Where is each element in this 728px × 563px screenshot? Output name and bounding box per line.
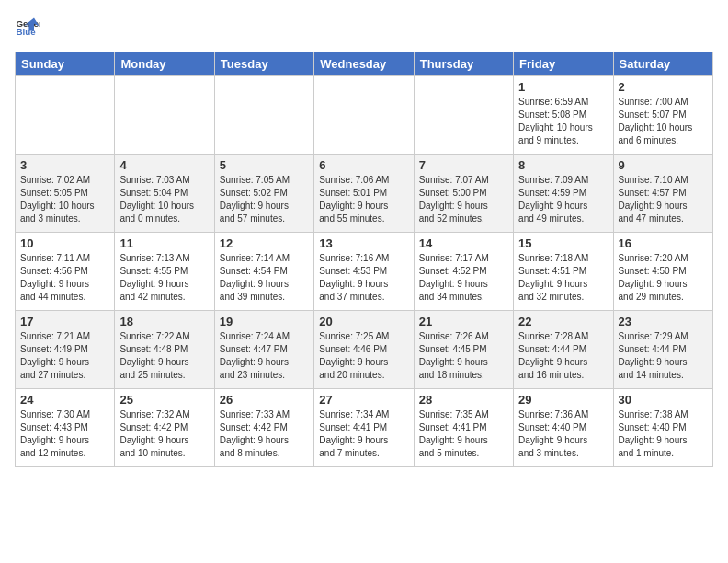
col-header-saturday: Saturday <box>613 52 712 76</box>
day-number: 6 <box>319 158 408 172</box>
week-row-1: 1Sunrise: 6:59 AM Sunset: 5:08 PM Daylig… <box>16 76 713 155</box>
day-cell: 19Sunrise: 7:24 AM Sunset: 4:47 PM Dayli… <box>214 311 313 389</box>
col-header-monday: Monday <box>115 52 214 76</box>
day-info: Sunrise: 7:14 AM Sunset: 4:54 PM Dayligh… <box>220 252 309 304</box>
day-cell: 25Sunrise: 7:32 AM Sunset: 4:42 PM Dayli… <box>115 389 214 467</box>
day-cell: 18Sunrise: 7:22 AM Sunset: 4:48 PM Dayli… <box>115 311 214 389</box>
day-cell: 20Sunrise: 7:25 AM Sunset: 4:46 PM Dayli… <box>314 311 414 389</box>
day-number: 17 <box>20 315 109 328</box>
day-cell: 14Sunrise: 7:17 AM Sunset: 4:52 PM Dayli… <box>414 233 513 311</box>
day-info: Sunrise: 7:10 AM Sunset: 4:57 PM Dayligh… <box>619 174 708 225</box>
day-number: 21 <box>419 315 508 328</box>
day-info: Sunrise: 7:21 AM Sunset: 4:49 PM Dayligh… <box>20 330 109 382</box>
col-header-tuesday: Tuesday <box>214 52 313 76</box>
day-info: Sunrise: 7:17 AM Sunset: 4:52 PM Dayligh… <box>419 252 508 304</box>
day-cell: 21Sunrise: 7:26 AM Sunset: 4:45 PM Dayli… <box>414 311 513 389</box>
day-number: 24 <box>20 393 109 407</box>
day-number: 3 <box>20 158 109 172</box>
day-cell: 5Sunrise: 7:05 AM Sunset: 5:02 PM Daylig… <box>214 155 313 233</box>
day-number: 8 <box>518 158 608 172</box>
header-row: SundayMondayTuesdayWednesdayThursdayFrid… <box>16 52 713 76</box>
day-info: Sunrise: 7:25 AM Sunset: 4:46 PM Dayligh… <box>319 330 408 382</box>
day-number: 23 <box>619 315 708 328</box>
day-number: 30 <box>619 393 708 407</box>
day-number: 15 <box>518 236 608 250</box>
day-cell: 2Sunrise: 7:00 AM Sunset: 5:07 PM Daylig… <box>613 76 712 155</box>
day-number: 20 <box>319 315 408 328</box>
day-info: Sunrise: 7:26 AM Sunset: 4:45 PM Dayligh… <box>419 330 508 382</box>
day-info: Sunrise: 7:03 AM Sunset: 5:04 PM Dayligh… <box>119 174 209 225</box>
day-cell: 4Sunrise: 7:03 AM Sunset: 5:04 PM Daylig… <box>115 155 214 233</box>
day-cell: 15Sunrise: 7:18 AM Sunset: 4:51 PM Dayli… <box>514 233 613 311</box>
day-number: 22 <box>518 315 608 328</box>
week-row-4: 17Sunrise: 7:21 AM Sunset: 4:49 PM Dayli… <box>16 311 713 389</box>
logo: General Blue <box>15 15 44 40</box>
day-number: 27 <box>319 393 408 407</box>
day-info: Sunrise: 7:16 AM Sunset: 4:53 PM Dayligh… <box>319 252 408 304</box>
day-info: Sunrise: 7:09 AM Sunset: 4:59 PM Dayligh… <box>518 174 608 225</box>
week-row-3: 10Sunrise: 7:11 AM Sunset: 4:56 PM Dayli… <box>16 233 713 311</box>
page-header: General Blue <box>15 15 713 40</box>
col-header-sunday: Sunday <box>16 52 115 76</box>
day-number: 7 <box>419 158 508 172</box>
day-info: Sunrise: 7:34 AM Sunset: 4:41 PM Dayligh… <box>319 408 408 460</box>
day-info: Sunrise: 7:00 AM Sunset: 5:07 PM Dayligh… <box>619 96 708 147</box>
day-cell: 3Sunrise: 7:02 AM Sunset: 5:05 PM Daylig… <box>16 155 115 233</box>
day-number: 4 <box>119 158 209 172</box>
day-info: Sunrise: 7:28 AM Sunset: 4:44 PM Dayligh… <box>518 330 608 382</box>
day-info: Sunrise: 7:36 AM Sunset: 4:40 PM Dayligh… <box>518 408 608 460</box>
day-number: 19 <box>220 315 309 328</box>
day-cell: 17Sunrise: 7:21 AM Sunset: 4:49 PM Dayli… <box>16 311 115 389</box>
day-info: Sunrise: 7:38 AM Sunset: 4:40 PM Dayligh… <box>619 408 708 460</box>
col-header-wednesday: Wednesday <box>314 52 414 76</box>
day-cell: 26Sunrise: 7:33 AM Sunset: 4:42 PM Dayli… <box>214 389 313 467</box>
day-cell: 24Sunrise: 7:30 AM Sunset: 4:43 PM Dayli… <box>16 389 115 467</box>
day-cell: 28Sunrise: 7:35 AM Sunset: 4:41 PM Dayli… <box>414 389 513 467</box>
day-cell: 12Sunrise: 7:14 AM Sunset: 4:54 PM Dayli… <box>214 233 313 311</box>
day-number: 12 <box>220 236 309 250</box>
day-info: Sunrise: 7:05 AM Sunset: 5:02 PM Dayligh… <box>220 174 309 225</box>
col-header-friday: Friday <box>514 52 613 76</box>
day-cell: 6Sunrise: 7:06 AM Sunset: 5:01 PM Daylig… <box>314 155 414 233</box>
day-info: Sunrise: 7:13 AM Sunset: 4:55 PM Dayligh… <box>119 252 209 304</box>
day-cell: 13Sunrise: 7:16 AM Sunset: 4:53 PM Dayli… <box>314 233 414 311</box>
day-info: Sunrise: 7:29 AM Sunset: 4:44 PM Dayligh… <box>619 330 708 382</box>
day-cell: 16Sunrise: 7:20 AM Sunset: 4:50 PM Dayli… <box>613 233 712 311</box>
day-cell: 27Sunrise: 7:34 AM Sunset: 4:41 PM Dayli… <box>314 389 414 467</box>
day-number: 16 <box>619 236 708 250</box>
day-number: 28 <box>419 393 508 407</box>
day-info: Sunrise: 7:07 AM Sunset: 5:00 PM Dayligh… <box>419 174 508 225</box>
day-number: 5 <box>220 158 309 172</box>
day-info: Sunrise: 7:30 AM Sunset: 4:43 PM Dayligh… <box>20 408 109 460</box>
day-number: 26 <box>220 393 309 407</box>
col-header-thursday: Thursday <box>414 52 513 76</box>
day-cell: 1Sunrise: 6:59 AM Sunset: 5:08 PM Daylig… <box>514 76 613 155</box>
day-cell <box>314 76 414 155</box>
day-cell: 29Sunrise: 7:36 AM Sunset: 4:40 PM Dayli… <box>514 389 613 467</box>
day-info: Sunrise: 7:02 AM Sunset: 5:05 PM Dayligh… <box>20 174 109 225</box>
day-number: 1 <box>518 80 608 94</box>
day-info: Sunrise: 6:59 AM Sunset: 5:08 PM Dayligh… <box>518 96 608 147</box>
day-number: 29 <box>518 393 608 407</box>
day-number: 18 <box>119 315 209 328</box>
day-cell: 7Sunrise: 7:07 AM Sunset: 5:00 PM Daylig… <box>414 155 513 233</box>
day-cell: 23Sunrise: 7:29 AM Sunset: 4:44 PM Dayli… <box>613 311 712 389</box>
day-number: 13 <box>319 236 408 250</box>
day-info: Sunrise: 7:18 AM Sunset: 4:51 PM Dayligh… <box>518 252 608 304</box>
day-number: 9 <box>619 158 708 172</box>
day-cell: 9Sunrise: 7:10 AM Sunset: 4:57 PM Daylig… <box>613 155 712 233</box>
day-info: Sunrise: 7:32 AM Sunset: 4:42 PM Dayligh… <box>119 408 209 460</box>
day-number: 11 <box>119 236 209 250</box>
day-cell: 30Sunrise: 7:38 AM Sunset: 4:40 PM Dayli… <box>613 389 712 467</box>
day-cell <box>414 76 513 155</box>
day-info: Sunrise: 7:24 AM Sunset: 4:47 PM Dayligh… <box>220 330 309 382</box>
calendar-table: SundayMondayTuesdayWednesdayThursdayFrid… <box>15 52 713 467</box>
day-info: Sunrise: 7:33 AM Sunset: 4:42 PM Dayligh… <box>220 408 309 460</box>
logo-icon: General Blue <box>15 15 40 40</box>
day-number: 14 <box>419 236 508 250</box>
day-cell <box>16 76 115 155</box>
day-cell <box>214 76 313 155</box>
day-cell: 22Sunrise: 7:28 AM Sunset: 4:44 PM Dayli… <box>514 311 613 389</box>
day-number: 2 <box>619 80 708 94</box>
day-cell: 8Sunrise: 7:09 AM Sunset: 4:59 PM Daylig… <box>514 155 613 233</box>
